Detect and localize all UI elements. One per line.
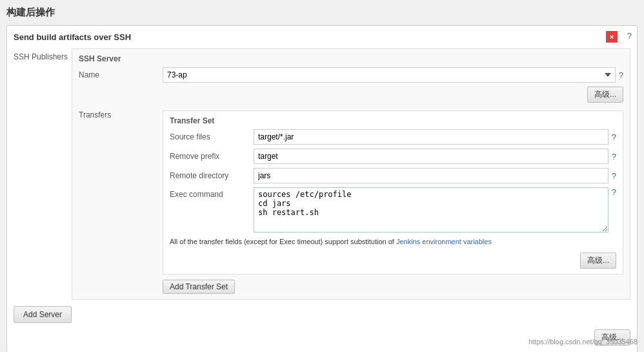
publishers-label: SSH Publishers <box>14 48 72 61</box>
exec-command-wrapper: ? <box>254 187 616 233</box>
exec-command-label: Exec command <box>170 187 254 199</box>
publishers-content: SSH Server Name 73-ap ? 高级... <box>72 48 630 300</box>
source-files-help-icon[interactable]: ? <box>612 132 616 142</box>
add-transfer-button[interactable]: Add Transfer Set <box>163 280 235 294</box>
section-title: 构建后操作 <box>6 6 638 19</box>
transfer-set-label: Transfer Set <box>170 116 616 125</box>
card-title: Send build artifacts over SSH <box>14 32 131 42</box>
remove-prefix-label: Remove prefix <box>170 152 254 161</box>
transfers-row: Transfers Transfer Set Source files ? <box>79 108 623 294</box>
add-transfer-wrapper: Add Transfer Set <box>163 274 623 294</box>
add-server-wrapper: Add Server <box>14 300 630 323</box>
close-button[interactable]: × <box>606 31 618 43</box>
page-container: 构建后操作 Send build artifacts over SSH × ? … <box>0 0 644 352</box>
exec-command-help-icon[interactable]: ? <box>612 187 616 197</box>
remote-directory-label: Remote directory <box>170 171 254 180</box>
source-files-row: Source files ? <box>170 129 616 145</box>
name-control-wrapper: 73-ap ? <box>163 67 623 83</box>
main-card: Send build artifacts over SSH × ? SSH Pu… <box>6 25 638 352</box>
env-vars-link[interactable]: Jenkins environment variables <box>396 238 492 245</box>
remote-directory-row: Remote directory ? <box>170 168 616 183</box>
remove-prefix-row: Remove prefix ? <box>170 149 616 164</box>
advanced-top-button[interactable]: 高级... <box>587 87 623 103</box>
source-files-wrapper: ? <box>254 129 616 145</box>
remote-directory-wrapper: ? <box>254 168 616 183</box>
transfers-content: Transfer Set Source files ? <box>163 108 623 294</box>
name-help-icon[interactable]: ? <box>619 70 623 80</box>
info-text: All of the transfer fields (except for E… <box>170 236 616 247</box>
name-row: Name 73-ap ? <box>79 67 623 83</box>
ssh-server-label: SSH Server <box>79 54 623 63</box>
remote-directory-input[interactable] <box>254 168 609 183</box>
header-help-icon[interactable]: ? <box>627 31 632 41</box>
advanced-row-bottom: 高级... <box>170 253 616 269</box>
source-files-input[interactable] <box>254 129 609 145</box>
remove-prefix-input[interactable] <box>254 149 609 164</box>
publishers-row: SSH Publishers SSH Server Name 73-ap ? 高… <box>14 48 630 300</box>
transfers-label: Transfers <box>79 108 163 119</box>
exec-command-row: Exec command ? <box>170 187 616 233</box>
remote-directory-help-icon[interactable]: ? <box>612 171 616 181</box>
add-server-button[interactable]: Add Server <box>14 306 72 323</box>
transfer-set-box: Transfer Set Source files ? <box>163 110 623 274</box>
remove-prefix-help-icon[interactable]: ? <box>612 152 616 161</box>
watermark: https://blog.csdn.net/qq_35035468 <box>528 338 638 346</box>
exec-command-textarea[interactable] <box>254 187 609 233</box>
source-files-label: Source files <box>170 132 254 141</box>
name-label: Name <box>79 70 163 79</box>
advanced-bottom-button[interactable]: 高级... <box>580 253 616 269</box>
remove-prefix-wrapper: ? <box>254 149 616 164</box>
advanced-row-top: 高级... <box>79 87 623 103</box>
card-header: Send build artifacts over SSH <box>14 32 630 42</box>
name-select[interactable]: 73-ap <box>163 67 616 83</box>
